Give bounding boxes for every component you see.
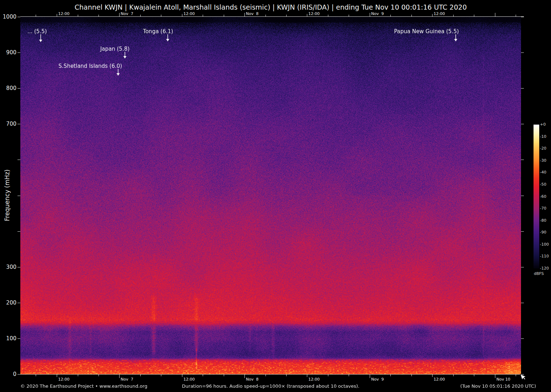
x-tick-top (516, 15, 516, 16)
annotation-label: Papua New Guinea (5.5) (394, 28, 459, 35)
colorbar-tick-label: -20 (540, 146, 546, 151)
x-tick-bottom (203, 375, 203, 376)
x-tick-bottom (140, 375, 141, 376)
x-tick-top (474, 15, 474, 16)
bottom-axis-line (20, 374, 524, 375)
x-tick-bottom (161, 375, 161, 376)
x-tick-bottom (411, 375, 412, 376)
x-tick-top (266, 15, 266, 16)
x-tick-label-top: 12:00 (183, 11, 195, 16)
x-tick-top (453, 15, 454, 16)
x-tick-label-bottom: Nov 7 (121, 377, 133, 382)
x-tick-label-bottom: Nov 10 (496, 377, 510, 382)
colorbar-tick-label: -120 (540, 266, 549, 271)
chart-title: Channel KWJN | Kwajalein Atoll, Marshall… (20, 3, 521, 11)
colorbar-tick-label: -40 (540, 170, 546, 175)
y-tick-left (17, 231, 20, 232)
x-tick-bottom (98, 375, 99, 376)
y-tick-left (17, 338, 20, 339)
y-tick-label: 0 (1, 371, 16, 377)
x-tick-bottom (328, 375, 328, 376)
x-tick-label-top: 12:00 (58, 11, 70, 16)
x-tick-label-top: Nov 7 (121, 11, 133, 16)
x-tick-top (411, 15, 412, 16)
x-tick-bottom (244, 375, 245, 378)
colorbar-tick-label: -10 (540, 134, 546, 139)
y-tick-left (17, 160, 20, 160)
x-tick-top (203, 15, 203, 16)
x-tick-top (286, 15, 287, 16)
y-axis-title: Frequency (mHz) (4, 170, 11, 221)
colorbar-gradient (534, 125, 539, 268)
x-tick-label-bottom: 12:00 (183, 377, 195, 382)
y-tick-right (521, 196, 524, 196)
x-tick-bottom (453, 375, 454, 376)
x-tick-label-top: 12:00 (308, 11, 320, 16)
y-tick-left (17, 374, 20, 375)
x-tick-top (78, 15, 78, 16)
x-tick-top (140, 15, 141, 16)
colorbar-tick-label: -80 (540, 218, 546, 223)
x-tick-label-bottom: 12:00 (308, 377, 320, 382)
footer-duration: Duration=96 hours. Audio speed-up=1000× … (20, 383, 521, 389)
annotation-label: Japan (5.8) (100, 46, 130, 52)
x-tick-bottom (57, 375, 57, 377)
x-tick-bottom (224, 375, 224, 376)
y-tick-label: 700 (1, 121, 16, 127)
x-tick-bottom (266, 375, 266, 376)
x-tick-bottom (390, 375, 391, 376)
y-tick-label: 200 (1, 300, 16, 306)
x-tick-label-bottom: 12:00 (58, 377, 70, 382)
footer-render-time: (Tue Nov 10 05:01:16 2020 UTC) (460, 383, 536, 389)
colorbar-unit-label: dBFS (534, 271, 544, 276)
y-tick-right (521, 338, 524, 339)
x-tick-bottom (78, 375, 78, 376)
annotation-label: Tonga (6.1) (143, 28, 173, 35)
colorbar-tick-label: -30 (540, 158, 546, 163)
x-tick-top (57, 14, 57, 16)
y-tick-label: 900 (1, 49, 16, 56)
y-tick-right (521, 160, 524, 160)
y-tick-label: 300 (1, 264, 16, 270)
y-tick-left (17, 88, 20, 89)
annotation-label: S.Shetland Islands (6.0) (59, 63, 122, 69)
x-tick-top (370, 13, 370, 16)
x-tick-bottom (516, 375, 516, 376)
x-tick-top (307, 14, 307, 16)
x-tick-bottom (495, 375, 495, 378)
x-tick-top (182, 14, 182, 16)
x-tick-top (36, 15, 36, 16)
x-tick-label-top: 12:00 (434, 11, 445, 16)
x-tick-label-top: Nov 8 (246, 11, 258, 16)
y-tick-right (521, 52, 524, 53)
x-tick-bottom (182, 375, 182, 377)
colorbar-tick-label: -50 (540, 182, 546, 187)
x-tick-bottom (119, 375, 120, 378)
y-tick-left (17, 303, 20, 303)
x-tick-bottom (432, 375, 433, 377)
y-tick-right (521, 267, 524, 267)
x-tick-top (244, 13, 245, 16)
x-tick-bottom (36, 375, 36, 376)
colorbar-tick-label: -110 (540, 254, 549, 258)
y-tick-right (521, 374, 524, 375)
x-tick-top (390, 15, 391, 16)
top-axis-line (20, 16, 524, 17)
y-tick-right (521, 124, 524, 124)
y-tick-left (17, 17, 20, 17)
annotation-label: ... (5.5) (27, 28, 47, 35)
x-tick-label-bottom: Nov 9 (371, 377, 384, 382)
x-tick-bottom (474, 375, 474, 376)
x-tick-bottom (370, 375, 370, 378)
x-tick-top (161, 15, 161, 16)
y-tick-left (17, 196, 20, 196)
x-tick-top (328, 15, 328, 16)
y-tick-right (521, 231, 524, 232)
y-tick-label: 100 (1, 335, 16, 342)
x-tick-top (119, 13, 120, 16)
y-tick-label: 1000 (1, 14, 16, 20)
colorbar-tick-label: -60 (540, 194, 546, 199)
y-tick-left (17, 124, 20, 124)
colorbar-tick-label: -100 (540, 242, 549, 247)
y-tick-right (521, 17, 524, 17)
